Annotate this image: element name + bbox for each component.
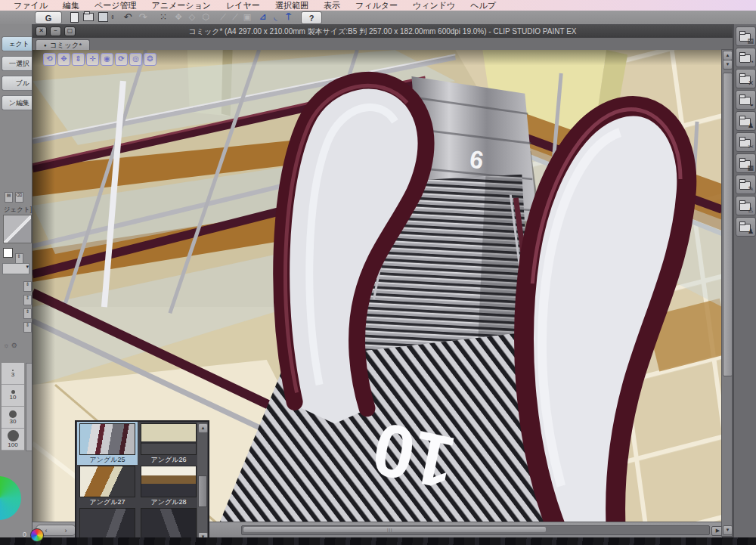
menu-layer[interactable]: レイヤー (218, 0, 268, 11)
fill-grayed-icon: ◇ (186, 11, 198, 23)
scatter-select-icon[interactable]: ⁙ (157, 11, 169, 23)
angle-thumbnail-27[interactable] (79, 466, 135, 497)
help-button[interactable]: ? (301, 11, 322, 24)
save-icon[interactable] (97, 11, 109, 23)
floor-number-near: 10 (366, 406, 462, 505)
next-page-button[interactable]: › (65, 527, 67, 534)
angle-item-28[interactable]: アングル28 (138, 464, 199, 507)
color-value-readout: 0 (23, 531, 26, 538)
object-move-icon[interactable]: ✛ (86, 53, 99, 66)
color-stepper[interactable]: ⇕ (15, 253, 23, 264)
angle-panel-scrollbar[interactable]: ▲ ▼ (197, 423, 207, 543)
desktop-strip (0, 537, 756, 545)
material-all-button[interactable]: ▤ (736, 26, 756, 46)
brush-size-30[interactable]: 30 (2, 407, 24, 429)
color-chip[interactable] (3, 248, 13, 258)
object-rotate-icon[interactable]: ◉ (101, 53, 113, 66)
snap-special-ruler-icon[interactable]: ◟ (270, 11, 281, 23)
property-stepper-4[interactable]: ⇕ (0, 320, 32, 333)
clip-studio-logo-button[interactable]: G (35, 11, 62, 24)
subtool-table[interactable]: ブル (2, 76, 32, 91)
angle-item-next-row-a[interactable] (77, 506, 138, 540)
material-trim-button[interactable]: ✂ (736, 132, 756, 152)
menu-file[interactable]: ファイル (6, 0, 55, 11)
angle-thumbnail-28[interactable] (141, 466, 197, 497)
save-options-stepper[interactable]: ⇕ (109, 11, 116, 23)
vertical-scrollbar-thumb[interactable] (723, 73, 733, 376)
menu-view[interactable]: 表示 (316, 0, 348, 11)
object-roll-icon[interactable]: ◎ (129, 53, 142, 66)
open-file-icon[interactable] (82, 11, 95, 23)
material-monochrome-button[interactable]: ✕ (736, 69, 756, 88)
menu-window[interactable]: ウィンドウ (405, 0, 463, 11)
brush-size-100[interactable]: 100 (2, 429, 24, 451)
horizontal-scrollbar[interactable]: ||| ▶ (241, 525, 710, 535)
angle-item-26[interactable]: アングル26 (138, 422, 199, 465)
angle-thumbnail-25[interactable] (79, 423, 135, 455)
tab-modified-dot: ● (44, 43, 47, 48)
clip-studio-paint-window: ファイル 編集 ページ管理 アニメーション レイヤー 選択範囲 表示 フィルター… (0, 0, 756, 545)
property-stepper-2[interactable]: ⇕ (0, 293, 32, 305)
document-tab-bar: ● コミック* (33, 38, 733, 51)
angle-item-25[interactable]: アングル25 (77, 422, 138, 465)
object-turn-icon[interactable]: ⟳ (115, 53, 128, 66)
color-wheel-icon[interactable] (30, 528, 44, 542)
angle-item-next-row-b[interactable] (138, 506, 199, 540)
new-document-icon[interactable] (68, 11, 80, 23)
menu-selection[interactable]: 選択範囲 (268, 0, 316, 11)
snap-grid-icon[interactable]: ⍑ (283, 11, 294, 23)
left-palette-strip: ェクト 一選択 ブル ン編集 ▤ ⌫ ジェクト] ⇕ ▾ ⇕ ⇕ ⇕ ⇕ ☼ ⚙… (0, 24, 33, 545)
menu-help[interactable]: ヘルプ (463, 0, 503, 11)
material-draft-button[interactable]: ✎ (736, 175, 756, 194)
property-stepper-3[interactable]: ⇕ (0, 307, 32, 319)
vertical-scrollbar[interactable]: ▲ ▼ ▼ (721, 49, 733, 537)
wrench-icon[interactable]: ⚙ (11, 342, 17, 349)
undo-icon[interactable]: ↶ (121, 11, 135, 23)
property-dropdown[interactable]: ▾ (2, 263, 29, 274)
menu-page-manage[interactable]: ページ管理 (87, 0, 144, 11)
tab-comic[interactable]: ● コミック* (36, 39, 90, 51)
material-palette-bar: ▤ ◔ ✕ ◒ ♟ ✂ ▦ ✎ ♙ ♟ (733, 24, 756, 545)
note-icon[interactable]: ▤ (5, 192, 13, 203)
line2-grayed-icon: ⟋ (230, 11, 240, 23)
material-figure-a-button[interactable]: ♙ (736, 196, 756, 215)
brush-size-3[interactable]: 3 (2, 363, 24, 385)
camera-pan-icon[interactable]: ✥ (57, 53, 70, 66)
line-grayed-icon: ⟋ (218, 11, 228, 23)
snap-ruler-icon[interactable]: ⊿ (257, 11, 268, 23)
subtool-object[interactable]: ェクト (2, 36, 32, 51)
angle-scroll-up[interactable]: ▲ (198, 423, 208, 433)
subtool-layer-select[interactable]: 一選択 (2, 56, 32, 71)
camera-zoom-icon[interactable]: ⇕ (72, 53, 85, 66)
angle-item-27[interactable]: アングル27 (77, 464, 138, 507)
material-gradient-button[interactable]: ◒ (736, 90, 756, 110)
scroll-up-arrow-2[interactable]: ▼ (723, 60, 733, 70)
document-title-bar[interactable]: ✕ − ▢ コミック* (A4 297.00 x 210.00mm 製本サイズ:… (33, 25, 733, 38)
move-grayed-icon: ✥ (172, 11, 184, 23)
material-figure-b-button[interactable]: ♟ (736, 217, 756, 237)
property-stepper-1[interactable]: ⇕ (0, 280, 32, 292)
camera-rotate-icon[interactable]: ⟲ (43, 53, 56, 66)
redo-icon: ↷ (136, 11, 150, 23)
frame-grayed-icon: ▣ (242, 11, 253, 23)
tab-label: コミック* (50, 41, 82, 51)
menu-edit[interactable]: 編集 (55, 0, 87, 11)
material-image-button[interactable]: ▦ (736, 153, 756, 173)
horizontal-scrollbar-thumb[interactable]: ||| (243, 527, 546, 532)
object-root-icon[interactable]: ❂ (144, 53, 156, 66)
menu-animation[interactable]: アニメーション (144, 0, 219, 11)
material-pose-button[interactable]: ♟ (736, 111, 756, 131)
lasso-grayed-icon: ⬡ (200, 11, 212, 23)
color-chip-row[interactable]: ⇕ (3, 248, 35, 264)
tool-property-title: ジェクト] (0, 206, 32, 215)
trash-icon[interactable]: ⌫ (15, 192, 23, 203)
prev-page-button[interactable]: ‹ (45, 527, 48, 534)
subtool-line-edit[interactable]: ン編集 (2, 95, 32, 110)
brush-size-10[interactable]: 10 (2, 385, 24, 407)
scroll-down-arrow[interactable]: ▼ (723, 525, 733, 535)
menu-filter[interactable]: フィルター (348, 0, 405, 11)
effect-wrench-row[interactable]: ☼ ⚙ (3, 342, 35, 349)
angle-scroll-thumb[interactable] (198, 475, 207, 507)
material-color-pattern-button[interactable]: ◔ (736, 48, 756, 67)
angle-thumbnail-26[interactable] (141, 423, 197, 455)
